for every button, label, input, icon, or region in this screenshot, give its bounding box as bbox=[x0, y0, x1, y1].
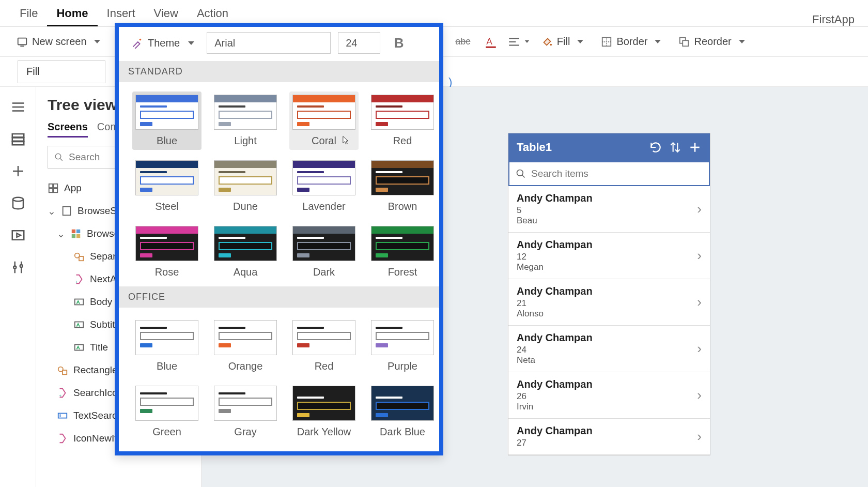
svg-rect-18 bbox=[12, 138, 24, 141]
new-screen-button[interactable]: New screen bbox=[10, 33, 106, 51]
theme-option-light[interactable]: Light bbox=[211, 92, 280, 150]
preview-item-name: Andy Champan bbox=[517, 285, 697, 297]
reorder-button[interactable]: Reorder bbox=[672, 33, 751, 51]
theme-font-select[interactable]: Arial bbox=[207, 32, 331, 54]
tab-screens[interactable]: Screens bbox=[48, 121, 88, 138]
property-select[interactable]: Fill bbox=[18, 60, 105, 83]
svg-rect-35 bbox=[76, 230, 80, 233]
svg-rect-33 bbox=[63, 207, 71, 216]
theme-option-aqua[interactable]: Aqua bbox=[211, 223, 280, 281]
theme-option-green[interactable]: Green bbox=[132, 383, 202, 441]
theme-grid-standard: Blue Light Coral bbox=[119, 82, 439, 286]
svg-line-28 bbox=[60, 158, 63, 161]
svg-rect-0 bbox=[18, 38, 27, 44]
chevron-down-icon bbox=[94, 40, 100, 43]
theme-option-brown[interactable]: Brown bbox=[368, 157, 437, 216]
theme-option-red[interactable]: Red bbox=[289, 317, 359, 375]
screen-icon bbox=[61, 205, 72, 217]
theme-button-inner[interactable]: Theme bbox=[126, 34, 199, 52]
fill-button[interactable]: Fill bbox=[535, 33, 590, 51]
tree-label: Title bbox=[90, 342, 108, 353]
svg-point-27 bbox=[55, 154, 61, 159]
label-icon bbox=[73, 342, 85, 353]
preview-search-placeholder: Search items bbox=[531, 168, 588, 179]
align-button[interactable] bbox=[507, 31, 530, 53]
preview-list-item[interactable]: Andy Champan 24 Neta › bbox=[508, 326, 710, 372]
preview-item-subtitle: Beau bbox=[517, 216, 697, 226]
theme-bold-button[interactable]: B bbox=[388, 32, 410, 54]
preview-list-item[interactable]: Andy Champan 27 › bbox=[508, 419, 710, 455]
theme-option-label: Brown bbox=[388, 201, 417, 212]
preview-item-number: 21 bbox=[517, 298, 697, 309]
insert-icon[interactable] bbox=[10, 163, 26, 179]
chevron-down-icon bbox=[188, 41, 194, 45]
theme-option-blue[interactable]: Blue bbox=[132, 92, 202, 150]
menu-file[interactable]: File bbox=[10, 2, 47, 26]
sort-icon[interactable] bbox=[669, 141, 682, 154]
preview-list-item[interactable]: Andy Champan 26 Irvin › bbox=[508, 372, 710, 419]
chevron-down-icon: ⌄ bbox=[48, 205, 56, 217]
theme-option-dark[interactable]: Dark bbox=[289, 223, 359, 281]
svg-rect-19 bbox=[12, 142, 24, 145]
theme-option-rose[interactable]: Rose bbox=[132, 223, 202, 281]
theme-section-office: OFFICE bbox=[119, 286, 439, 308]
theme-option-label: Dark bbox=[313, 266, 335, 278]
svg-text:A: A bbox=[486, 36, 492, 47]
icon-icon: + bbox=[57, 387, 68, 399]
theme-grid-office: Blue Orange Red bbox=[119, 308, 439, 446]
tools-icon[interactable] bbox=[10, 260, 26, 275]
preview-item-name: Andy Champan bbox=[517, 378, 697, 390]
label-icon bbox=[73, 296, 85, 308]
theme-option-steel[interactable]: Steel bbox=[132, 157, 202, 216]
preview-list-item[interactable]: Andy Champan 5 Beau › bbox=[508, 186, 710, 233]
theme-option-orange[interactable]: Orange bbox=[211, 317, 280, 375]
chevron-down-icon bbox=[577, 40, 583, 43]
add-icon[interactable] bbox=[688, 141, 702, 154]
tree-label: App bbox=[64, 182, 82, 194]
preview-item-subtitle: Alonso bbox=[517, 309, 697, 319]
theme-option-label: Lavender bbox=[302, 201, 345, 212]
hamburger-icon[interactable] bbox=[10, 99, 26, 115]
strikethrough-button[interactable]: abc bbox=[452, 31, 474, 53]
menu-home[interactable]: Home bbox=[47, 2, 97, 26]
theme-option-purple[interactable]: Purple bbox=[368, 317, 437, 375]
textinput-icon bbox=[57, 410, 68, 421]
theme-option-label: Dark Blue bbox=[380, 426, 425, 438]
theme-option-dark yellow[interactable]: Dark Yellow bbox=[289, 383, 359, 441]
preview-item-name: Andy Champan bbox=[517, 192, 697, 204]
theme-dropdown: Theme Arial 24 B STANDARD Blue Light bbox=[115, 23, 443, 455]
svg-rect-36 bbox=[72, 234, 75, 238]
chevron-right-icon: › bbox=[697, 294, 702, 310]
theme-option-dark blue[interactable]: Dark Blue bbox=[368, 383, 437, 441]
preview-search-input[interactable]: Search items bbox=[508, 161, 710, 186]
theme-option-label: Orange bbox=[228, 360, 263, 372]
theme-option-forest[interactable]: Forest bbox=[368, 223, 437, 281]
font-color-button[interactable]: A bbox=[479, 31, 502, 53]
theme-option-dune[interactable]: Dune bbox=[211, 157, 280, 216]
media-icon[interactable] bbox=[10, 227, 26, 243]
theme-option-label: Red bbox=[393, 135, 412, 147]
theme-option-blue[interactable]: Blue bbox=[132, 317, 202, 375]
property-value: Fill bbox=[26, 66, 40, 78]
chevron-right-icon: › bbox=[697, 429, 702, 445]
theme-option-lavender[interactable]: Lavender bbox=[289, 157, 359, 216]
theme-option-gray[interactable]: Gray bbox=[211, 383, 280, 441]
border-button[interactable]: Border bbox=[595, 33, 667, 51]
preview-item-name: Andy Champan bbox=[517, 239, 697, 251]
svg-rect-31 bbox=[49, 189, 53, 192]
svg-rect-30 bbox=[54, 184, 57, 188]
theme-option-red[interactable]: Red bbox=[368, 92, 437, 150]
chevron-right-icon: › bbox=[697, 387, 702, 403]
tree-view-icon[interactable] bbox=[10, 131, 26, 147]
data-icon[interactable] bbox=[10, 195, 26, 211]
preview-item-number: 5 bbox=[517, 205, 697, 216]
preview-list-item[interactable]: Andy Champan 21 Alonso › bbox=[508, 279, 710, 326]
search-icon bbox=[54, 153, 64, 162]
theme-size-select[interactable]: 24 bbox=[338, 32, 380, 54]
chevron-right-icon: › bbox=[697, 201, 702, 217]
preview-list-item[interactable]: Andy Champan 12 Megan › bbox=[508, 233, 710, 279]
refresh-icon[interactable] bbox=[649, 141, 662, 154]
theme-option-label: Aqua bbox=[234, 266, 258, 278]
theme-option-coral[interactable]: Coral bbox=[289, 92, 359, 150]
preview-item-subtitle: Neta bbox=[517, 355, 697, 366]
